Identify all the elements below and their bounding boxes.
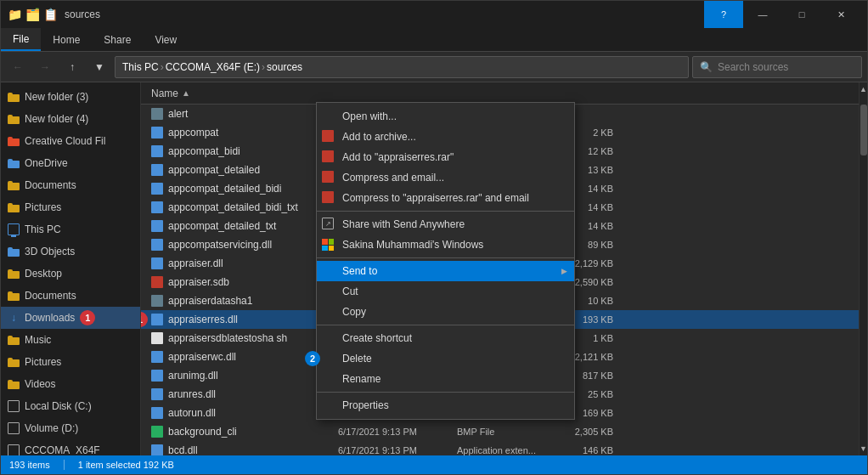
help-button[interactable]: ? — [704, 1, 743, 28]
status-separator — [64, 460, 65, 470]
scroll-up-arrow[interactable]: ▲ — [860, 82, 868, 96]
sidebar-label: Desktop — [25, 268, 62, 280]
file-date: 6/17/2021 9:13 PM — [331, 427, 450, 437]
titlebar-icon2: 🗂️ — [25, 8, 40, 21]
ribbon: File Home Share View — [1, 28, 867, 52]
sidebar-label: Documents — [25, 179, 76, 191]
folder-icon — [8, 380, 20, 389]
ctx-label: Properties — [342, 399, 389, 411]
scroll-thumb[interactable] — [860, 105, 867, 156]
ctx-add-rar[interactable]: Add to "appraiserres.rar" — [317, 147, 574, 167]
file-name: appcompat — [144, 127, 331, 139]
sidebar-item-desktop[interactable]: Desktop — [1, 263, 140, 285]
table-row[interactable]: bcd.dll 6/17/2021 9:13 PM Application ex… — [141, 441, 859, 455]
ctx-add-archive[interactable]: Add to archive... — [317, 127, 574, 147]
address-bar: ← → ↑ ▼ This PC › CCCOMA_X64F (E:) › sou… — [1, 52, 867, 82]
close-button[interactable]: ✕ — [821, 1, 860, 28]
ctx-properties[interactable]: Properties — [317, 395, 574, 416]
ctx-compress-rar-email[interactable]: Compress to "appraiserres.rar" and email — [317, 188, 574, 208]
folder-icon — [8, 336, 20, 345]
ctx-label: Cut — [342, 286, 358, 297]
file-icon — [151, 239, 163, 251]
file-size: 2,305 KB — [552, 427, 620, 437]
onedrive-icon — [8, 159, 20, 168]
search-placeholder: Search sources — [718, 61, 788, 73]
ctx-copy[interactable]: Copy — [317, 302, 574, 322]
search-box[interactable]: 🔍 Search sources — [692, 56, 862, 78]
sidebar-item-cccoma[interactable]: CCCOMA_X64F — [1, 439, 140, 455]
ctx-compress-email[interactable]: Compress and email... — [317, 167, 574, 188]
minimize-button[interactable]: — — [743, 1, 782, 28]
file-icon — [151, 201, 163, 213]
sidebar-label: 3D Objects — [25, 246, 75, 257]
ctx-create-shortcut[interactable]: Create shortcut — [317, 328, 574, 348]
file-icon — [151, 426, 163, 438]
sidebar-item-this-pc[interactable]: This PC — [1, 218, 140, 240]
sidebar-item-videos[interactable]: Videos — [1, 373, 140, 395]
sidebar-item-creative-cloud[interactable]: Creative Cloud Fil — [1, 130, 140, 152]
file-name: arunres.dll — [144, 388, 331, 400]
ctx-sakina-windows[interactable]: Sakina Muhammadi's Windows — [317, 235, 574, 255]
ctx-cut[interactable]: Cut — [317, 281, 574, 302]
ctx-label: Open with... — [342, 110, 397, 122]
sidebar-item-downloads[interactable]: ↓ Downloads 1 — [1, 307, 140, 329]
address-path[interactable]: This PC › CCCOMA_X64F (E:) › sources — [115, 56, 689, 78]
file-icon — [151, 127, 163, 139]
right-scrollbar[interactable]: ▲ ▼ — [859, 82, 867, 455]
ctx-sep4 — [317, 392, 574, 393]
folder-icon — [8, 181, 20, 190]
maximize-button[interactable]: □ — [782, 1, 821, 28]
sidebar-item-new-folder-3[interactable]: New folder (3) — [1, 86, 140, 108]
path-part-2: CCCOMA_X64F (E:) — [166, 61, 260, 73]
window-controls: ? — □ ✕ — [704, 1, 860, 28]
ctx-share-anywhere[interactable]: ↗ Share with Send Anywhere — [317, 214, 574, 235]
sidebar-label: Downloads — [25, 312, 75, 324]
file-date: 6/17/2021 9:13 PM — [331, 445, 450, 455]
file-name: bcd.dll — [144, 444, 331, 455]
col-name[interactable]: Name ▲ — [144, 88, 331, 99]
ctx-label: Create shortcut — [342, 332, 412, 344]
share-icon: ↗ — [322, 218, 335, 231]
sidebar-label: CCCOMA_X64F — [25, 444, 100, 455]
tab-view[interactable]: View — [143, 28, 189, 51]
recent-button[interactable]: ▼ — [87, 56, 111, 78]
sidebar-item-music[interactable]: Music — [1, 329, 140, 351]
ctx-rename[interactable]: Rename — [317, 369, 574, 389]
sidebar-item-documents[interactable]: Documents — [1, 174, 140, 196]
file-icon — [151, 332, 163, 344]
tab-file[interactable]: File — [1, 28, 41, 51]
sidebar-label: Videos — [25, 378, 55, 390]
ctx-label: Send to — [342, 265, 377, 277]
ctx-label: Sakina Muhammadi's Windows — [342, 239, 483, 251]
title-bar: 📁 🗂️ 📋 sources ? — □ ✕ — [1, 1, 867, 28]
sidebar-item-pictures[interactable]: Pictures — [1, 196, 140, 218]
ctx-sep1 — [317, 211, 574, 212]
items-count: 193 items — [9, 460, 50, 470]
sidebar-label: Documents — [25, 290, 76, 302]
tab-share[interactable]: Share — [92, 28, 143, 51]
ctx-open-with[interactable]: Open with... — [317, 106, 574, 127]
table-row[interactable]: background_cli 6/17/2021 9:13 PM BMP Fil… — [141, 422, 859, 441]
ctx-send-to[interactable]: Send to — [317, 261, 574, 281]
sidebar-item-onedrive[interactable]: OneDrive — [1, 152, 140, 174]
context-menu: Open with... Add to archive... Add to "a… — [316, 102, 575, 420]
this-pc-icon — [8, 223, 20, 235]
sidebar-item-pictures2[interactable]: Pictures — [1, 351, 140, 373]
sidebar-item-local-disk-c[interactable]: Local Disk (C:) — [1, 395, 140, 417]
ctx-label: Copy — [342, 306, 366, 318]
ctx-delete[interactable]: 2 Delete — [317, 348, 574, 369]
file-name: appraiserres.dll — [144, 314, 331, 325]
sidebar-item-new-folder-4[interactable]: New folder (4) — [1, 108, 140, 130]
tab-home[interactable]: Home — [41, 28, 92, 51]
forward-button[interactable]: → — [33, 56, 57, 78]
sidebar-item-documents2[interactable]: Documents — [1, 285, 140, 307]
up-button[interactable]: ↑ — [60, 56, 84, 78]
folder-icon — [8, 291, 20, 301]
back-button[interactable]: ← — [6, 56, 30, 78]
file-name: appraisersdblatestosha sh — [144, 332, 331, 344]
ctx-sep3 — [317, 325, 574, 325]
scroll-down-arrow[interactable]: ▼ — [860, 442, 868, 455]
sidebar-item-3d-objects[interactable]: 3D Objects — [1, 240, 140, 263]
sidebar-item-volume-d[interactable]: Volume (D:) — [1, 417, 140, 439]
folder-icon — [8, 358, 20, 367]
